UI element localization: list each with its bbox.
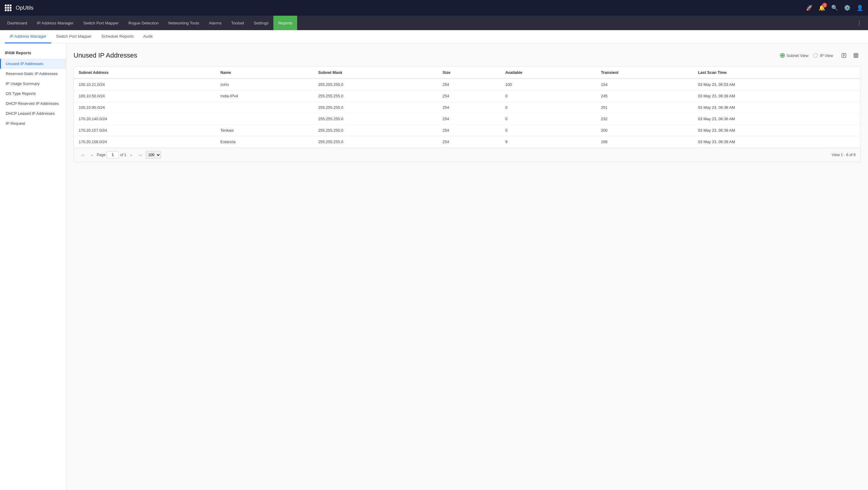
col-subnet-mask: Subnet Mask <box>313 67 438 79</box>
page-next-btn[interactable]: ► <box>127 151 135 159</box>
sub-nav: IP Address Manager Switch Port Mapper Sc… <box>0 30 868 43</box>
search-icon[interactable]: 🔍 <box>831 4 838 11</box>
page-header: Unused IP Addresses Subnet View IP View <box>73 51 861 60</box>
col-name: Name <box>216 67 313 79</box>
cell-transient: 154 <box>596 79 693 90</box>
nav-toolset[interactable]: Toolset <box>226 16 249 30</box>
table-row: 100.10.21.0/24 zoho 255.255.255.0 254 10… <box>74 79 861 90</box>
cell-scan-time: 03 May 23, 06:38 AM <box>693 102 861 113</box>
cell-mask: 255.255.255.0 <box>313 79 438 90</box>
subnav-schedule-reports[interactable]: Schedule Reports <box>96 30 138 43</box>
nav-rogue-detection[interactable]: Rogue Detection <box>124 16 164 30</box>
nav-settings[interactable]: Settings <box>249 16 273 30</box>
col-subnet-address: Subnet Address <box>74 67 216 79</box>
cell-name: Estancia <box>216 136 313 148</box>
col-size: Size <box>438 67 501 79</box>
cell-transient: 232 <box>596 113 693 125</box>
sidebar-item-reserved-static[interactable]: Reserved-Static IP Addresses <box>0 69 66 79</box>
cell-available: 100 <box>500 79 596 90</box>
cell-available: 0 <box>500 125 596 136</box>
nav-switch-port-mapper[interactable]: Switch Port Mapper <box>79 16 124 30</box>
cell-scan-time: 03 May 23, 06:39 AM <box>693 136 861 148</box>
top-bar: OpUtils 🚀 🔔 2 🔍 ⚙️ 👤 <box>0 0 868 16</box>
export-pdf-icon[interactable] <box>839 51 849 60</box>
cell-size: 254 <box>438 79 501 90</box>
page-size-select[interactable]: 100 50 25 <box>146 151 161 159</box>
sidebar-item-unused-ip[interactable]: Unused IP Addresses <box>0 59 66 69</box>
subnet-view-option[interactable]: Subnet View <box>780 53 809 58</box>
ip-view-option[interactable]: IP View <box>813 53 833 58</box>
table-row: 170.20.140.0/24 255.255.255.0 254 0 232 … <box>74 113 861 125</box>
cell-mask: 255.255.255.0 <box>313 136 438 148</box>
sidebar-item-os-type-reports[interactable]: OS Type Reports <box>0 89 66 98</box>
cell-name <box>216 113 313 125</box>
table-row: 100.10.90.0/24 255.255.255.0 254 0 251 0… <box>74 102 861 113</box>
cell-mask: 255.255.255.0 <box>313 125 438 136</box>
sidebar-item-ip-request[interactable]: IP Request <box>0 118 66 128</box>
nav-ip-address-manager[interactable]: IP Address Manager <box>32 16 79 30</box>
cell-available: 0 <box>500 90 596 102</box>
cell-transient: 200 <box>596 125 693 136</box>
cell-scan-time: 03 May 23, 06:39 AM <box>693 125 861 136</box>
subnav-audit[interactable]: Audit <box>138 30 157 43</box>
cell-available: 0 <box>500 113 596 125</box>
cell-subnet: 170.20.140.0/24 <box>74 113 216 125</box>
page-number-input[interactable] <box>107 151 119 158</box>
subnet-view-radio[interactable] <box>780 53 785 58</box>
cell-scan-time: 03 May 23, 06:53 AM <box>693 79 861 90</box>
page-of-label: of 1 <box>120 153 126 157</box>
nav-networking-tools[interactable]: Networking Tools <box>164 16 204 30</box>
col-last-scan-time: Last Scan Time <box>693 67 861 79</box>
page-layout: IPAM Reports Unused IP Addresses Reserve… <box>0 43 868 490</box>
cell-subnet: 100.10.90.0/24 <box>74 102 216 113</box>
cell-available: 9 <box>500 136 596 148</box>
bell-icon[interactable]: 🔔 2 <box>818 4 825 11</box>
subnet-view-label: Subnet View <box>786 53 809 58</box>
table-row: 100.10.50.0/24 India-IPv4 255.255.255.0 … <box>74 90 861 102</box>
sidebar-item-dhcp-reserved[interactable]: DHCP Reserved IP Addresses <box>0 98 66 109</box>
col-transient: Transient <box>596 67 693 79</box>
cell-mask: 255.255.255.0 <box>313 90 438 102</box>
nav-alarms[interactable]: Alarms <box>204 16 226 30</box>
grid-icon <box>5 4 11 11</box>
settings-icon[interactable]: ⚙️ <box>844 4 850 11</box>
view-info: View 1 - 6 of 6 <box>832 153 856 157</box>
nav-reports[interactable]: Reports <box>273 16 297 30</box>
pagination: ⏮ ◄ Page of 1 ► ⏭ 100 50 25 View 1 - 6 o… <box>74 148 861 162</box>
nav-dashboard[interactable]: Dashboard <box>2 16 32 30</box>
rocket-icon[interactable]: 🚀 <box>806 4 812 11</box>
cell-subnet: 170.20.157.0/24 <box>74 125 216 136</box>
cell-scan-time: 03 May 23, 06:39 AM <box>693 90 861 102</box>
cell-transient: 245 <box>596 90 693 102</box>
cell-transient: 251 <box>596 102 693 113</box>
cell-mask: 255.255.255.0 <box>313 102 438 113</box>
user-icon[interactable]: 👤 <box>857 4 863 11</box>
main-nav: Dashboard IP Address Manager Switch Port… <box>0 16 868 30</box>
sidebar-item-dhcp-leased[interactable]: DHCP Leased IP Addresses <box>0 109 66 118</box>
sidebar-item-ip-usage-summary[interactable]: IP Usage Summary <box>0 79 66 89</box>
cell-size: 254 <box>438 90 501 102</box>
cell-transient: 166 <box>596 136 693 148</box>
cell-subnet: 100.10.21.0/24 <box>74 79 216 90</box>
cell-mask: 255.255.255.0 <box>313 113 438 125</box>
subnav-switch-port-mapper[interactable]: Switch Port Mapper <box>51 30 96 43</box>
pagination-controls: ⏮ ◄ Page of 1 ► ⏭ 100 50 25 <box>79 151 161 159</box>
cell-available: 0 <box>500 102 596 113</box>
page-last-btn[interactable]: ⏭ <box>136 151 144 159</box>
cell-subnet: 100.10.50.0/24 <box>74 90 216 102</box>
page-prev-btn[interactable]: ◄ <box>88 151 96 159</box>
main-content: Unused IP Addresses Subnet View IP View <box>66 43 868 490</box>
table-row: 170.20.158.0/24 Estancia 255.255.255.0 2… <box>74 136 861 148</box>
cell-size: 254 <box>438 113 501 125</box>
page-first-btn[interactable]: ⏮ <box>79 151 87 159</box>
subnav-ip-address-manager[interactable]: IP Address Manager <box>5 30 51 43</box>
export-csv-icon[interactable] <box>851 51 861 60</box>
cell-subnet: 170.20.158.0/24 <box>74 136 216 148</box>
cell-scan-time: 03 May 23, 06:36 AM <box>693 113 861 125</box>
cell-name: zoho <box>216 79 313 90</box>
table-head: Subnet Address Name Subnet Mask Size Ava… <box>74 67 861 79</box>
ip-view-radio[interactable] <box>813 53 818 58</box>
notification-badge: 2 <box>822 3 827 7</box>
ip-view-label: IP View <box>820 53 833 58</box>
more-menu-icon[interactable]: ⋮ <box>853 20 866 26</box>
